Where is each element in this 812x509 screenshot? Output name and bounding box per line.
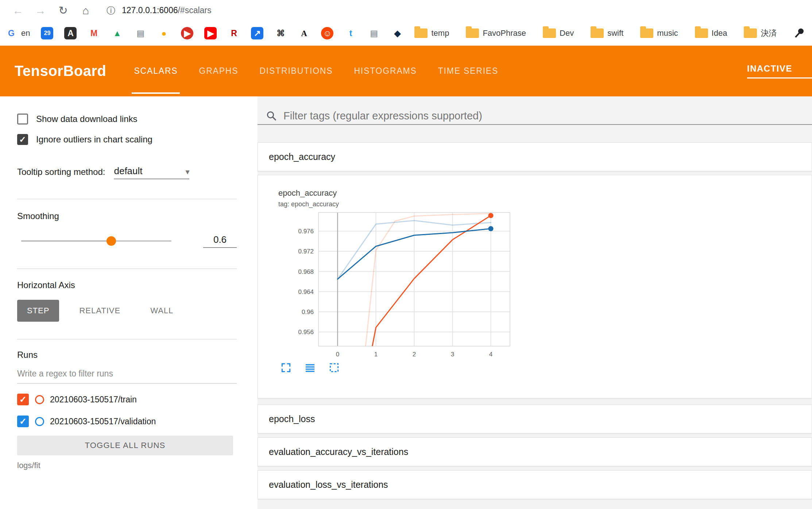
- run-row: ✓20210603-150517/train: [17, 393, 237, 406]
- svg-text:0.96: 0.96: [302, 309, 314, 315]
- bookmark-item[interactable]: A: [298, 27, 310, 39]
- ignore-outliers-label: Ignore outliers in chart scaling: [36, 134, 152, 145]
- bookmark-label: 決済: [761, 28, 777, 39]
- refresh-icon[interactable]: ↻: [52, 4, 74, 17]
- smoothing-slider[interactable]: [21, 240, 171, 242]
- bookmark-item[interactable]: Gen: [5, 27, 30, 39]
- tab-time-series[interactable]: TIME SERIES: [436, 46, 501, 96]
- ignore-outliers-checkbox[interactable]: ✓: [17, 134, 28, 145]
- calendar-icon: 29: [41, 27, 53, 39]
- url-path: /#scalars: [178, 5, 211, 15]
- bookmark-item[interactable]: ⌘: [274, 27, 287, 39]
- chart-app-icon: ↗: [251, 27, 263, 39]
- address-bar[interactable]: ⓘ 127.0.0.1:6006/#scalars: [107, 5, 812, 16]
- bookmark-item[interactable]: ●: [158, 27, 170, 39]
- run-name: 20210603-150517/train: [50, 395, 137, 405]
- bookmark-item[interactable]: ▶: [181, 27, 193, 39]
- folder-icon: [543, 28, 556, 38]
- chart-title: epoch_accuracy: [278, 188, 812, 198]
- bookmark-item[interactable]: ◆: [391, 27, 403, 39]
- google-icon: G: [5, 27, 18, 39]
- folder-icon: [695, 28, 708, 38]
- bookmark-folder[interactable]: music: [640, 28, 678, 38]
- tensorboard-header: TensorBoard SCALARSGRAPHSDISTRIBUTIONSHI…: [0, 46, 812, 96]
- tag-group-header[interactable]: evaluation_loss_vs_iterations: [258, 470, 812, 499]
- twitter-icon: t: [344, 27, 357, 39]
- svg-text:0.964: 0.964: [298, 288, 314, 295]
- run-color-swatch[interactable]: [35, 417, 44, 426]
- tab-distributions[interactable]: DISTRIBUTIONS: [257, 46, 335, 96]
- bookmark-pin[interactable]: [793, 27, 805, 39]
- svg-text:0.968: 0.968: [298, 268, 314, 275]
- tag-group-header[interactable]: evaluation_accuracy_vs_iterations: [258, 437, 812, 466]
- bookmark-folder[interactable]: Idea: [695, 28, 727, 38]
- slider-thumb[interactable]: [107, 236, 116, 246]
- run-row: ✓20210603-150517/validation: [17, 415, 237, 428]
- drive-icon: ▲: [111, 27, 123, 39]
- divider: [17, 339, 237, 340]
- youtube-icon: ▶: [204, 27, 217, 39]
- bookmark-folder[interactable]: 決済: [744, 28, 777, 39]
- epoch-accuracy-line-chart[interactable]: 0.9560.960.9640.9680.9720.97601234: [290, 211, 513, 359]
- tooltip-sorting-select[interactable]: default ▾: [114, 165, 189, 179]
- chevron-down-icon: ▾: [185, 167, 189, 177]
- tag-group-header[interactable]: epoch_loss: [258, 405, 812, 433]
- bookmark-item[interactable]: ▤: [368, 27, 380, 39]
- fit-domain-icon[interactable]: [328, 362, 340, 374]
- bookmark-item[interactable]: ▶: [204, 27, 217, 39]
- status-dropdown[interactable]: INACTIVE: [747, 64, 812, 79]
- run-list: ✓20210603-150517/train✓20210603-150517/v…: [17, 393, 237, 428]
- document-icon: ▤: [134, 27, 147, 39]
- settings-sidebar: Show data download links ✓ Ignore outlie…: [0, 96, 258, 509]
- bookmark-item[interactable]: ▲: [111, 27, 123, 39]
- show-download-links-checkbox[interactable]: [17, 114, 28, 125]
- run-color-swatch[interactable]: [35, 395, 44, 404]
- horizontal-lines-icon[interactable]: [304, 362, 316, 374]
- bookmark-label: music: [657, 28, 678, 38]
- bookmark-item[interactable]: A: [64, 27, 77, 39]
- tag-group-content: epoch_accuracy tag: epoch_accuracy 0.956…: [258, 175, 812, 398]
- pin-icon: [793, 27, 805, 39]
- folder-icon: [640, 28, 653, 38]
- slider-fill: [21, 240, 111, 242]
- toggle-all-runs-button[interactable]: TOGGLE ALL RUNS: [17, 436, 233, 455]
- divider: [17, 268, 237, 269]
- app-a-icon: A: [64, 27, 77, 39]
- tag-filter-input[interactable]: [283, 110, 812, 122]
- axis-button-step[interactable]: STEP: [17, 300, 59, 322]
- tooltip-sorting-value: default: [114, 165, 142, 177]
- bookmark-item[interactable]: 29: [41, 27, 53, 39]
- runs-label: Runs: [17, 350, 237, 360]
- run-checkbox[interactable]: ✓: [17, 416, 29, 427]
- bookmark-folder[interactable]: FavoPhrase: [466, 28, 526, 38]
- forward-icon[interactable]: →: [29, 4, 52, 17]
- tab-scalars[interactable]: SCALARS: [132, 46, 180, 96]
- run-checkbox[interactable]: ✓: [17, 394, 29, 405]
- site-info-icon[interactable]: ⓘ: [107, 5, 115, 16]
- bookmark-folder[interactable]: swift: [591, 28, 623, 38]
- search-icon: [266, 110, 277, 121]
- home-icon[interactable]: ⌂: [74, 4, 97, 17]
- runs-filter-input[interactable]: [17, 367, 237, 384]
- svg-text:4: 4: [489, 351, 492, 358]
- keep-icon: ●: [158, 27, 170, 39]
- run-name: 20210603-150517/validation: [50, 417, 156, 426]
- back-icon[interactable]: ←: [7, 4, 29, 17]
- bookmark-folder[interactable]: temp: [414, 28, 449, 38]
- axis-button-wall[interactable]: WALL: [140, 300, 183, 322]
- bookmark-folder[interactable]: Dev: [543, 28, 574, 38]
- axis-button-relative[interactable]: RELATIVE: [69, 300, 130, 322]
- smoothing-value[interactable]: 0.6: [203, 234, 237, 248]
- tab-histograms[interactable]: HISTOGRAMS: [352, 46, 419, 96]
- tag-group-header[interactable]: epoch_accuracy: [258, 142, 812, 171]
- bookmark-item[interactable]: t: [344, 27, 357, 39]
- tag-group-title: epoch_accuracy: [269, 152, 335, 162]
- expand-chart-icon[interactable]: [280, 362, 292, 374]
- bookmark-item[interactable]: M: [88, 27, 100, 39]
- bookmark-item[interactable]: ↗: [251, 27, 263, 39]
- tab-graphs[interactable]: GRAPHS: [197, 46, 240, 96]
- bookmark-item[interactable]: R: [228, 27, 240, 39]
- bookmark-item[interactable]: ▤: [134, 27, 147, 39]
- bookmark-item[interactable]: ☺: [321, 27, 333, 39]
- tag-filter-row: [258, 107, 812, 125]
